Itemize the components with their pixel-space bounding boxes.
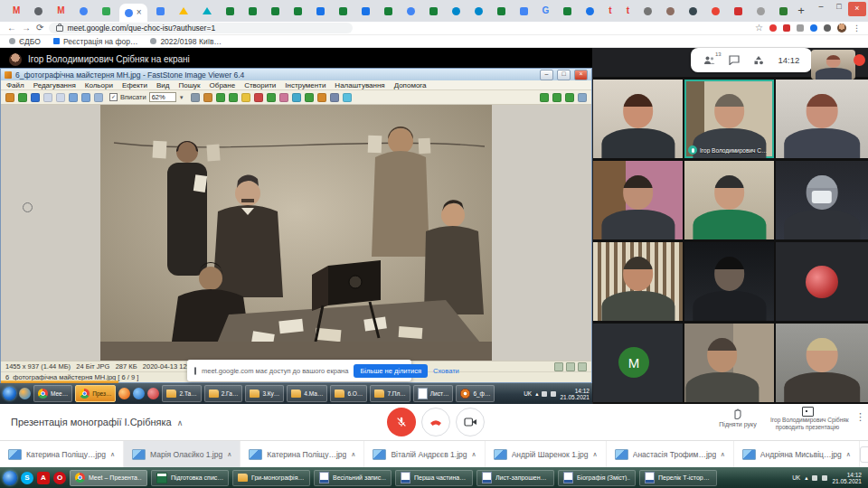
tab-favicon[interactable]	[407, 7, 415, 15]
taskbar-task-button[interactable]: Meet – Презента…	[70, 470, 147, 486]
tab-favicon[interactable]: t	[609, 6, 611, 15]
participant-tile[interactable]	[593, 80, 683, 158]
tab-favicon[interactable]	[689, 7, 697, 15]
taskbar-folder-button[interactable]: 6.О…	[330, 385, 367, 402]
viewer-menu-item[interactable]: Допомога	[394, 81, 427, 89]
start-orb-icon[interactable]	[3, 387, 16, 400]
participant-tile-active-speaker[interactable]: Ігор Володимирович С…	[684, 80, 774, 158]
viewer-menu-item[interactable]: Обране	[210, 81, 236, 89]
zoom-dropdown-icon[interactable]: ▼	[179, 95, 184, 100]
toolbar-icon[interactable]	[317, 93, 326, 102]
profile-avatar[interactable]	[837, 23, 846, 33]
back-icon[interactable]: ←	[7, 23, 16, 33]
participant-tile[interactable]	[684, 242, 774, 321]
toolbar-icon[interactable]	[31, 93, 40, 102]
viewer-menu-item[interactable]: Кольори	[85, 81, 113, 89]
participant-tile[interactable]	[776, 80, 868, 158]
participant-tile[interactable]	[776, 242, 868, 321]
status-icon[interactable]	[554, 362, 563, 371]
tab-favicon[interactable]	[339, 7, 347, 15]
extension-icon[interactable]	[769, 24, 777, 32]
media-player-icon[interactable]	[19, 388, 31, 399]
taskbar-folder-button[interactable]: 2.Га…	[204, 385, 243, 402]
tab-favicon[interactable]	[734, 7, 742, 15]
tab-favicon[interactable]	[757, 7, 765, 15]
toolbar-icon[interactable]	[216, 93, 225, 102]
participant-tile[interactable]	[593, 242, 683, 321]
viewer-close-button[interactable]: ×	[574, 70, 588, 80]
toolbar-icon[interactable]	[203, 93, 212, 102]
toolbar-icon[interactable]	[254, 93, 263, 102]
language-indicator[interactable]: UK	[792, 474, 800, 481]
tab-favicon[interactable]	[384, 7, 392, 15]
bookmark-item[interactable]: 2022/0198 Київ…	[150, 37, 222, 46]
tab-favicon[interactable]: M	[57, 6, 64, 15]
toolbar-icon[interactable]	[191, 93, 200, 102]
tab-favicon[interactable]	[316, 7, 325, 15]
participant-tile[interactable]	[684, 161, 774, 239]
extension-icon[interactable]	[797, 24, 804, 32]
zoom-value-field[interactable]: 62%	[149, 92, 176, 102]
opera-icon[interactable]	[147, 388, 159, 399]
toolbar-icon[interactable]	[18, 93, 27, 102]
shared-clock[interactable]: 14:12 21.05.2021	[560, 388, 590, 400]
tab-favicon[interactable]	[226, 7, 234, 15]
taskbar-task-button[interactable]: Весільний запис…	[314, 470, 392, 486]
window-minimize-button[interactable]: –	[812, 0, 830, 14]
toolbar-icon[interactable]	[229, 93, 238, 102]
taskbar-folder-button[interactable]: 7.Пл…	[370, 385, 410, 402]
taskbar-task-button[interactable]: Підготовка спис…	[151, 470, 229, 486]
participant-tile[interactable]	[776, 324, 868, 402]
tab-close-icon[interactable]: ×	[137, 8, 142, 17]
status-icon[interactable]	[566, 362, 575, 371]
taskbar-chrome-button[interactable]: Мее…	[33, 385, 72, 402]
download-item[interactable]: Андріяна Мисьвіц…jpg	[734, 441, 860, 468]
adobe-reader-icon[interactable]: A	[37, 472, 50, 484]
download-menu-icon[interactable]	[351, 451, 355, 458]
viewer-menu-item[interactable]: Створити	[244, 81, 276, 89]
viewer-menu-item[interactable]: Редагування	[33, 81, 76, 89]
taskbar-highlighted-button[interactable]: През…	[75, 385, 116, 402]
tab-favicon[interactable]: M	[13, 6, 20, 15]
download-item[interactable]: Віталій Андрєєв 1.jpg	[364, 441, 485, 468]
viewer-menu-item[interactable]: Вид	[156, 81, 169, 89]
download-menu-icon[interactable]	[472, 451, 476, 458]
tab-favicon[interactable]	[102, 7, 110, 15]
download-menu-icon[interactable]	[110, 451, 115, 458]
toolbar-icon[interactable]	[81, 93, 90, 102]
volume-icon[interactable]	[822, 475, 827, 481]
toolbar-icon[interactable]	[565, 93, 574, 102]
bookmark-star-icon[interactable]: ☆	[755, 23, 763, 33]
viewer-menu-item[interactable]: Налаштування	[335, 81, 384, 89]
participant-tile[interactable]	[684, 324, 774, 402]
extension-icon[interactable]	[810, 24, 817, 32]
internet-explorer-icon[interactable]	[133, 388, 145, 399]
active-tab[interactable]: ×	[119, 4, 147, 22]
toolbar-icon[interactable]	[69, 93, 78, 102]
activities-button[interactable]	[753, 55, 764, 65]
taskbar-clock[interactable]: 14:12 21.05.2021	[832, 472, 862, 484]
notification-dot[interactable]	[854, 54, 865, 66]
toolbar-icon[interactable]	[305, 93, 314, 102]
viewer-title-bar[interactable]: 6_фотографічна майстерня МН.jpg - FastSt…	[1, 69, 591, 80]
tab-favicon[interactable]	[666, 7, 675, 15]
raise-hand-button[interactable]: Підняти руку	[712, 408, 763, 427]
extension-icon[interactable]	[824, 24, 831, 32]
tab-favicon[interactable]	[249, 7, 257, 15]
download-item[interactable]: Андрій Шаренок 1.jpg	[486, 441, 607, 468]
toolbar-icon[interactable]	[292, 93, 301, 102]
url-input[interactable]: meet.google.com/que-choc-isu?authuser=1	[49, 23, 353, 33]
tab-favicon[interactable]	[452, 7, 460, 15]
new-tab-button[interactable]: +	[794, 4, 808, 18]
viewer-menu-item[interactable]: Файл	[6, 81, 24, 89]
window-maximize-button[interactable]: □	[830, 0, 848, 14]
tab-favicon[interactable]	[475, 7, 483, 15]
tab-favicon[interactable]	[712, 7, 720, 15]
status-icon[interactable]	[578, 362, 587, 371]
forward-icon[interactable]: →	[22, 23, 31, 33]
tab-favicon[interactable]	[156, 7, 165, 15]
tab-favicon[interactable]	[203, 7, 212, 14]
tray-icon[interactable]	[812, 475, 817, 481]
tab-favicon[interactable]	[520, 7, 528, 15]
taskbar-folder-button[interactable]: 4.Ма…	[287, 385, 327, 402]
